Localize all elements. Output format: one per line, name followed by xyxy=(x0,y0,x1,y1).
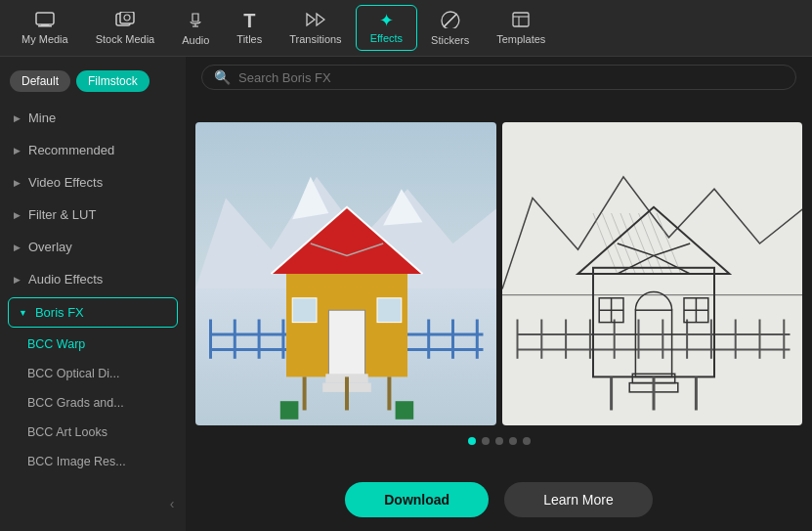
nav-item-audio[interactable]: Audio xyxy=(168,5,223,52)
svg-rect-2 xyxy=(38,25,52,27)
main-content: Default Filmstock ▶ Mine ▶ Recommended ▶… xyxy=(0,57,812,531)
svg-rect-4 xyxy=(120,12,134,23)
carousel-images xyxy=(195,122,802,425)
filter-tab-filmstock[interactable]: Filmstock xyxy=(76,70,150,92)
right-panel: 🔍 xyxy=(186,57,812,531)
transitions-icon xyxy=(306,12,325,30)
carousel-image-right xyxy=(502,122,803,425)
filter-tab-default[interactable]: Default xyxy=(10,70,70,92)
sidebar-item-label-boris-fx: Boris FX xyxy=(35,305,84,320)
learn-more-button[interactable]: Learn More xyxy=(504,482,653,517)
nav-label-effects: Effects xyxy=(370,32,403,44)
sidebar-item-label-mine: Mine xyxy=(28,111,56,125)
sidebar-item-label-recommended: Recommended xyxy=(28,143,114,157)
search-icon: 🔍 xyxy=(214,69,231,85)
chevron-right-icon: ▶ xyxy=(14,113,21,123)
nav-label-transitions: Transitions xyxy=(289,33,341,45)
bottom-actions: Download Learn More xyxy=(186,468,812,531)
sidebar-sub-item-bcc-art-looks[interactable]: BCC Art Looks xyxy=(0,418,186,447)
carousel-dots xyxy=(468,437,531,445)
nav-label-templates: Templates xyxy=(496,33,545,45)
my-media-icon xyxy=(35,12,55,30)
carousel-dot-3[interactable] xyxy=(495,437,503,445)
sidebar-item-filter-lut[interactable]: ▶ Filter & LUT xyxy=(0,199,186,231)
chevron-right-icon: ▶ xyxy=(14,146,21,155)
search-input[interactable] xyxy=(238,70,784,85)
top-navigation: My Media Stock Media Audio T Titles xyxy=(0,0,812,57)
stickers-icon xyxy=(441,11,460,31)
sidebar-section: ▶ Mine ▶ Recommended ▶ Video Effects ▶ F… xyxy=(0,102,186,476)
chevron-right-icon: ▶ xyxy=(14,178,21,188)
carousel-dot-4[interactable] xyxy=(509,437,517,445)
titles-icon: T xyxy=(243,11,255,30)
sidebar-sub-item-bcc-image-res[interactable]: BCC Image Res... xyxy=(0,447,186,476)
audio-icon xyxy=(187,11,204,31)
nav-item-templates[interactable]: Templates xyxy=(483,6,559,51)
carousel-dot-5[interactable] xyxy=(523,437,531,445)
nav-label-audio: Audio xyxy=(182,34,209,46)
svg-marker-8 xyxy=(307,14,315,25)
house-colored-canvas xyxy=(195,122,496,425)
nav-label-titles: Titles xyxy=(236,33,262,45)
svg-rect-10 xyxy=(513,13,529,26)
sidebar-sub-item-bcc-grads-and[interactable]: BCC Grads and... xyxy=(0,388,186,418)
chevron-right-icon: ▶ xyxy=(14,243,21,252)
templates-icon xyxy=(512,12,530,30)
sidebar-sub-item-bcc-warp[interactable]: BCC Warp xyxy=(0,330,186,359)
sidebar-item-video-effects[interactable]: ▶ Video Effects xyxy=(0,166,186,199)
sidebar-item-label-video-effects: Video Effects xyxy=(28,175,103,190)
sidebar-item-audio-effects[interactable]: ▶ Audio Effects xyxy=(0,263,186,295)
nav-label-stickers: Stickers xyxy=(431,34,469,46)
chevron-right-icon: ▶ xyxy=(14,275,21,285)
carousel-dot-2[interactable] xyxy=(482,437,490,445)
boris-search-area: 🔍 xyxy=(186,57,812,98)
nav-label-my-media: My Media xyxy=(21,33,68,45)
nav-item-stock-media[interactable]: Stock Media xyxy=(82,6,169,51)
filter-tabs: Default Filmstock xyxy=(0,65,186,102)
chevron-right-icon: ▶ xyxy=(14,210,21,220)
nav-item-my-media[interactable]: My Media xyxy=(8,6,82,51)
download-button[interactable]: Download xyxy=(345,482,489,517)
sidebar-item-boris-fx[interactable]: ▼ Boris FX xyxy=(8,297,178,328)
nav-item-effects[interactable]: ✦ Effects xyxy=(356,5,417,51)
boris-search-wrap: 🔍 xyxy=(201,65,796,90)
house-sketch-canvas xyxy=(502,122,803,425)
sidebar-item-label-audio-effects: Audio Effects xyxy=(28,272,103,287)
carousel-area xyxy=(186,98,812,468)
svg-marker-9 xyxy=(317,14,324,25)
sidebar: Default Filmstock ▶ Mine ▶ Recommended ▶… xyxy=(0,57,186,531)
effects-icon: ✦ xyxy=(379,12,394,29)
nav-label-stock-media: Stock Media xyxy=(96,33,155,45)
sidebar-item-recommended[interactable]: ▶ Recommended xyxy=(0,134,186,166)
sidebar-item-mine[interactable]: ▶ Mine xyxy=(0,102,186,134)
nav-item-stickers[interactable]: Stickers xyxy=(417,5,483,52)
stock-media-icon xyxy=(115,12,135,30)
sidebar-collapse-button[interactable]: ‹ xyxy=(162,486,182,521)
carousel-dot-1[interactable] xyxy=(468,437,476,445)
svg-rect-0 xyxy=(36,13,54,24)
carousel-image-left xyxy=(195,122,496,425)
chevron-down-icon: ▼ xyxy=(19,308,27,318)
sidebar-item-label-filter-lut: Filter & LUT xyxy=(28,207,96,222)
nav-item-titles[interactable]: T Titles xyxy=(223,5,276,51)
sidebar-item-label-overlay: Overlay xyxy=(28,240,72,254)
sidebar-sub-item-bcc-optical-di[interactable]: BCC Optical Di... xyxy=(0,359,186,388)
nav-item-transitions[interactable]: Transitions xyxy=(276,6,355,51)
sidebar-item-overlay[interactable]: ▶ Overlay xyxy=(0,231,186,263)
